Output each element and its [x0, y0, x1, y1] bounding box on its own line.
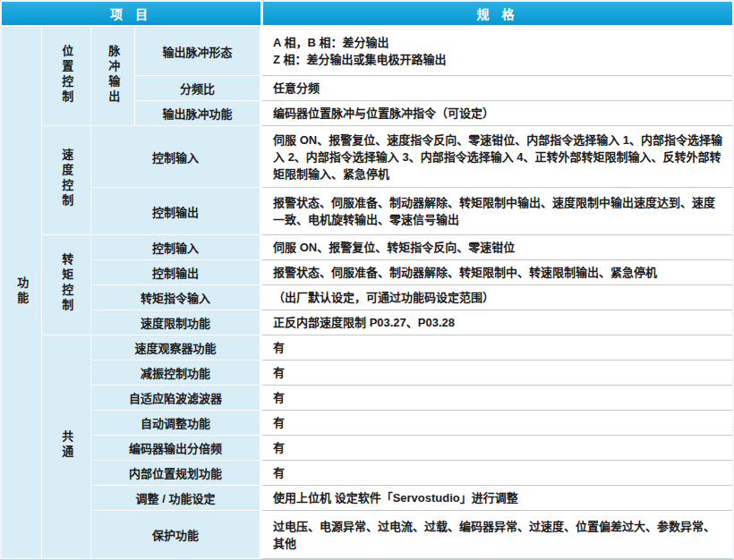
- table-row: 内部位置规划功能 有: [2, 461, 732, 486]
- table-row: 保护功能 过电压、电源异常、过电流、过载、编码器异常、过速度、位置偏差过大、参数…: [2, 511, 732, 559]
- row-label: 输出脉冲功能: [135, 101, 260, 126]
- section-cell-position-control: 位置控制: [42, 27, 91, 126]
- row-spec: （出厂默认设定，可通过功能码设定范围）: [260, 285, 732, 310]
- row-label: 输出脉冲形态: [135, 27, 260, 76]
- row-spec: 报警状态、伺服准备、制动器解除、转矩限制中、转速限制输出、紧急停机: [260, 260, 732, 285]
- row-spec: A 相，B 相：差分输出 Z 相：差分输出或集电极开路输出: [260, 27, 732, 76]
- table-row: 功能 位置控制 脉冲输出 输出脉冲形态 A 相，B 相：差分输出 Z 相：差分输…: [2, 27, 732, 76]
- row-label: 内部位置规划功能: [91, 461, 260, 486]
- row-label: 保护功能: [91, 511, 260, 559]
- row-spec: 有: [260, 361, 732, 386]
- row-spec: 使用上位机 设定软件「Servostudio」进行调整: [260, 486, 732, 511]
- row-label: 速度限制功能: [91, 310, 260, 335]
- row-label: 调整 / 功能设定: [91, 486, 260, 511]
- table-row: 控制输出 报警状态、伺服准备、制动器解除、转矩限制中输出、速度限制中输出速度达到…: [2, 188, 732, 235]
- row-spec: 有: [260, 335, 732, 361]
- section-cell-common: 共通: [42, 335, 91, 559]
- section-label-torque-control: 转矩控制: [60, 253, 73, 314]
- subsection-cell-pulse-output: 脉冲输出: [91, 27, 135, 126]
- section-label-common: 共通: [60, 430, 73, 461]
- row-label: 减振控制功能: [91, 361, 260, 386]
- table-row: 控制输出 报警状态、伺服准备、制动器解除、转矩限制中、转速限制输出、紧急停机: [2, 260, 732, 285]
- row-label: 转矩指令输入: [91, 285, 260, 310]
- row-spec: 过电压、电源异常、过电流、过载、编码器异常、过速度、位置偏差过大、参数异常、其他: [260, 511, 732, 559]
- subsection-label-pulse-output: 脉冲输出: [107, 45, 119, 106]
- row-spec: 有: [260, 436, 732, 461]
- row-spec: 有: [260, 386, 732, 411]
- table-row: 转矩指令输入 （出厂默认设定，可通过功能码设定范围）: [2, 285, 732, 310]
- table-row: 调整 / 功能设定 使用上位机 设定软件「Servostudio」进行调整: [2, 486, 732, 511]
- section-label-position-control: 位置控制: [60, 45, 73, 106]
- section-label-speed-control: 速度控制: [60, 148, 73, 209]
- spec-table-container: 项 目 规 格 功能 位置控制 脉冲输出 输出脉冲形态 A 相，B 相：差分输出…: [0, 0, 734, 560]
- row-label: 自动调整功能: [91, 411, 260, 436]
- row-label: 控制输入: [91, 235, 260, 260]
- row-spec: 报警状态、伺服准备、制动器解除、转矩限制中输出、速度限制中输出速度达到、速度一致…: [260, 188, 732, 235]
- group-label-function: 功能: [15, 276, 28, 307]
- row-label: 编码器输出分倍频: [91, 436, 260, 461]
- row-spec: 伺服 ON、报警复位、转矩指令反向、零速钳位: [260, 235, 732, 260]
- row-spec: 有: [260, 411, 732, 436]
- row-spec: 伺服 ON、报警复位、速度指令反向、零速钳位、内部指令选择输入 1、内部指令选择…: [260, 126, 732, 188]
- table-row: 速度限制功能 正反内部速度限制 P03.27、P03.28: [2, 310, 732, 335]
- table-row: 减振控制功能 有: [2, 361, 732, 386]
- row-label: 自适应陷波滤波器: [91, 386, 260, 411]
- row-label: 控制输入: [91, 126, 260, 188]
- row-spec: 正反内部速度限制 P03.27、P03.28: [260, 310, 732, 335]
- row-label: 分频比: [135, 76, 260, 101]
- section-cell-torque-control: 转矩控制: [42, 235, 91, 335]
- row-label: 控制输出: [91, 260, 260, 285]
- section-cell-speed-control: 速度控制: [42, 126, 91, 235]
- header-item: 项 目: [2, 2, 260, 27]
- servo-function-spec-table: 项 目 规 格 功能 位置控制 脉冲输出 输出脉冲形态 A 相，B 相：差分输出…: [2, 2, 732, 559]
- table-row: 编码器输出分倍频 有: [2, 436, 732, 461]
- row-label: 控制输出: [91, 188, 260, 235]
- table-row: 自动调整功能 有: [2, 411, 732, 436]
- header-row: 项 目 规 格: [2, 2, 732, 27]
- row-spec: 任意分频: [260, 76, 732, 101]
- row-spec: 有: [260, 461, 732, 486]
- table-row: 速度控制 控制输入 伺服 ON、报警复位、速度指令反向、零速钳位、内部指令选择输…: [2, 126, 732, 188]
- table-row: 自适应陷波滤波器 有: [2, 386, 732, 411]
- group-cell-function: 功能: [2, 27, 42, 559]
- row-spec: 编码器位置脉冲与位置脉冲指令（可设定）: [260, 101, 732, 126]
- header-spec: 规 格: [260, 2, 732, 27]
- table-row: 共通 速度观察器功能 有: [2, 335, 732, 361]
- row-label: 速度观察器功能: [91, 335, 260, 361]
- table-row: 转矩控制 控制输入 伺服 ON、报警复位、转矩指令反向、零速钳位: [2, 235, 732, 260]
